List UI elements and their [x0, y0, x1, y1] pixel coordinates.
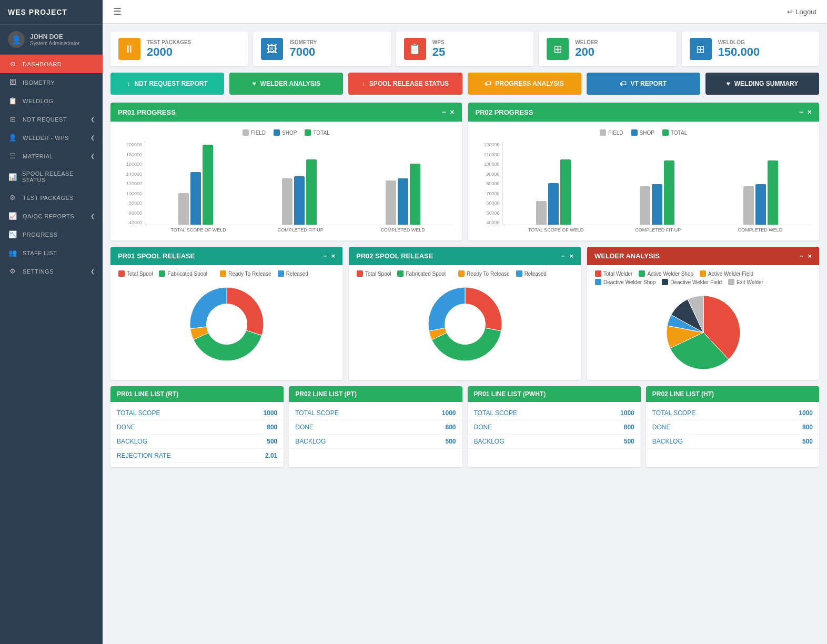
stat-card-weldlog: ⊞ WELDLOG 150.000: [682, 32, 819, 66]
ll-value-3-2: 500: [802, 438, 813, 445]
linelist-body-1: TOTAL SCOPE 1000 DONE 800 BACKLOG 500: [289, 402, 462, 453]
nav-icon-spool-release: 📊: [8, 173, 17, 181]
linelist-row-item-0-3: REJECTION RATE 2.01: [110, 449, 284, 463]
minimize-icon[interactable]: −: [800, 252, 804, 260]
linelist-header-0: PR01 LINE LIST (RT): [110, 386, 284, 402]
linelist-row-item-2-0: TOTAL SCOPE 1000: [468, 406, 641, 420]
pr02-progress-title: PR02 PROGRESS: [476, 108, 533, 116]
pr02-chart-bar-1-0: [640, 186, 650, 225]
action-label-vt-report: VT REPORT: [630, 80, 667, 87]
close-icon[interactable]: ×: [808, 108, 812, 116]
linelist-panel-3: PR02 LINE LIST (HT) TOTAL SCOPE 1000 DON…: [646, 386, 819, 467]
stat-label-welder: WELDER: [575, 39, 598, 45]
ll-label-2-0: TOTAL SCOPE: [474, 409, 517, 417]
stat-icon-weldlog: ⊞: [690, 38, 712, 60]
sidebar-item-ndt-request[interactable]: ⊞ NDT REQUEST ❮: [0, 110, 103, 128]
ll-value-0-3: 2.01: [265, 452, 277, 459]
sidebar-item-staff-list[interactable]: 👥 STAFF LIST: [0, 244, 103, 262]
action-btn-ndt-request-report[interactable]: ↓NDT REQUEST REPORT: [110, 73, 224, 95]
action-btn-welder-analysis[interactable]: ♥WELDER ANALYSIS: [229, 73, 343, 95]
nav-arrow-ndt-request: ❮: [90, 116, 95, 122]
ll-value-2-1: 800: [624, 424, 634, 431]
nav-label-spool-release: SPOOL RELEASE STATUS: [22, 170, 95, 183]
sidebar-user: 👤 JOHN DOE System Administrator: [0, 25, 103, 55]
pr02-chart-y-labels: 1200001100001000009000080000700006000050…: [476, 141, 502, 225]
nav-label-progress: PROGRESS: [23, 232, 57, 238]
ll-label-2-1: DONE: [474, 424, 492, 431]
ll-label-0-1: DONE: [117, 424, 135, 431]
stat-label-wps: WPS: [432, 39, 445, 45]
minimize-icon[interactable]: −: [323, 252, 327, 260]
sidebar-item-settings[interactable]: ⚙ SETTINGS ❮: [0, 262, 103, 280]
sidebar-item-material[interactable]: ☰ MATERIAL ❮: [0, 147, 103, 165]
sidebar-item-isometry[interactable]: 🖼 ISOMETRY: [0, 73, 103, 92]
sidebar-role: System Administrator: [30, 41, 79, 46]
pr01-chart-group-2: [355, 164, 451, 225]
pr01-chart-legend: FIELD SHOP TOTAL: [118, 129, 454, 136]
minimize-icon[interactable]: −: [441, 108, 446, 116]
linelist-row-item-2-2: BACKLOG 500: [468, 435, 641, 449]
linelist-row-item-3-2: BACKLOG 500: [646, 435, 819, 449]
action-label-spool-release-status: SPOOL RELEASE STATUS: [369, 80, 449, 87]
minimize-icon[interactable]: −: [799, 108, 803, 116]
action-btn-progress-analysis[interactable]: 🏷PROGRESS ANALYSIS: [468, 73, 581, 95]
nav-icon-isometry: 🖼: [8, 78, 17, 86]
sidebar-item-qa-qc[interactable]: 📈 QA/QC REPORTS ❮: [0, 207, 103, 225]
ll-label-3-2: BACKLOG: [652, 438, 683, 445]
pr02-chart-bar-2-1: [755, 184, 766, 225]
stat-label-test-packages: TEST PACKAGES: [147, 39, 191, 45]
legend-item-0: FIELD: [600, 129, 623, 136]
pr01-progress-header: PR01 PROGRESS − ×: [110, 103, 462, 122]
linelist-row-item-1-2: BACKLOG 500: [289, 435, 462, 449]
sidebar-item-weldlog[interactable]: 📋 WELDLOG: [0, 92, 103, 110]
ll-label-1-1: DONE: [295, 424, 314, 431]
minimize-icon[interactable]: −: [561, 252, 566, 260]
pr02-chart-bar-2-0: [743, 186, 754, 225]
action-btn-vt-report[interactable]: 🏷VT REPORT: [587, 73, 700, 95]
pr01-chart-bar-1-2: [306, 159, 317, 225]
linelist-header-3: PR02 LINE LIST (HT): [646, 386, 819, 402]
pr02-chart-bar-0-1: [548, 183, 559, 225]
pr01-chart-bar-0-2: [203, 145, 213, 225]
action-label-ndt-request-report: NDT REQUEST REPORT: [134, 80, 207, 87]
close-icon[interactable]: ×: [808, 252, 812, 260]
sidebar-item-welder-wps[interactable]: 👤 WELDER - WPS ❮: [0, 128, 103, 147]
action-icon-welding-summary: ♥: [727, 80, 730, 87]
stat-card-welder: ⊞ WELDER 200: [539, 32, 676, 66]
ll-label-0-0: TOTAL SCOPE: [117, 409, 160, 417]
nav-icon-settings: ⚙: [8, 267, 17, 275]
welder-pie: [587, 285, 819, 380]
action-btn-spool-release-status[interactable]: ↓SPOOL RELEASE STATUS: [348, 73, 462, 95]
close-icon[interactable]: ×: [569, 252, 573, 260]
ll-label-0-2: BACKLOG: [117, 438, 147, 445]
nav-label-settings: SETTINGS: [23, 268, 54, 275]
ll-value-0-2: 500: [267, 438, 277, 445]
linelist-row-item-0-1: DONE 800: [110, 420, 284, 435]
sidebar-item-progress[interactable]: 📉 PROGRESS: [0, 225, 103, 244]
stat-value-wps: 25: [432, 45, 445, 59]
pr02-chart-bar-1-2: [664, 160, 674, 225]
nav-icon-progress: 📉: [8, 230, 17, 238]
close-icon[interactable]: ×: [331, 252, 335, 260]
sidebar-item-spool-release[interactable]: 📊 SPOOL RELEASE STATUS: [0, 165, 103, 188]
hamburger-icon[interactable]: ☰: [113, 6, 122, 17]
action-icon-vt-report: 🏷: [620, 80, 626, 87]
sidebar-item-test-packages[interactable]: ⚙ TEST PACKAGES: [0, 188, 103, 207]
nav-label-dashboard: DASHBOARD: [23, 61, 62, 67]
linelist-body-3: TOTAL SCOPE 1000 DONE 800 BACKLOG 500: [646, 402, 819, 453]
spool-pie-1: [349, 277, 581, 371]
ll-label-3-0: TOTAL SCOPE: [652, 409, 695, 417]
stat-value-isometry: 7000: [289, 45, 317, 59]
sidebar-logo: WES PROJECT: [0, 0, 103, 25]
action-btn-welding-summary[interactable]: ♥WELDING SUMMARY: [705, 73, 819, 95]
close-icon[interactable]: ×: [450, 108, 454, 116]
linelist-panel-1: PR02 LINE LIST (PT) TOTAL SCOPE 1000 DON…: [289, 386, 462, 467]
sidebar-item-dashboard[interactable]: ⊙ DASHBOARD: [0, 55, 103, 73]
action-buttons-row: ↓NDT REQUEST REPORT♥WELDER ANALYSIS↓SPOO…: [110, 73, 819, 95]
pr01-chart-bar-2-1: [398, 178, 408, 225]
avatar: 👤: [8, 31, 25, 48]
legend-item-1: SHOP: [631, 129, 654, 136]
stat-card-test-packages: ⏸ TEST PACKAGES 2000: [110, 32, 248, 66]
linelist-body-0: TOTAL SCOPE 1000 DONE 800 BACKLOG 500 RE…: [110, 402, 284, 467]
logout-button[interactable]: ↩ Logout: [787, 8, 816, 16]
